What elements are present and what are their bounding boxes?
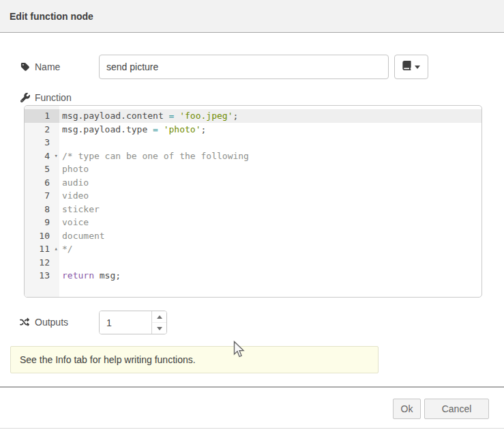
editor-line-9[interactable]: 9voice [25, 216, 481, 229]
code-line-text: sticker [59, 203, 100, 216]
code-line-text: audio [59, 176, 89, 190]
ok-button[interactable]: Ok [393, 399, 421, 419]
editor-line-13[interactable]: 13return msg; [25, 269, 481, 283]
code-line-text: msg.payload.content = 'foo.jpeg'; [59, 109, 238, 123]
library-button[interactable] [394, 55, 428, 79]
dialog-bottom-edge [0, 428, 504, 429]
outputs-label: Outputs [35, 317, 68, 328]
code-line-text [59, 256, 62, 270]
line-number: 7 [25, 189, 59, 203]
chevron-down-icon [415, 66, 420, 69]
spinner-down-button[interactable] [152, 323, 166, 334]
name-input[interactable] [99, 55, 389, 79]
fold-widget-icon[interactable]: ▴ [55, 242, 58, 256]
editor-line-4[interactable]: 4▾/* type can be one of the following [25, 149, 481, 163]
outputs-row-label: Outputs [19, 315, 68, 329]
line-number: 9 [25, 216, 59, 229]
editor-line-8[interactable]: 8sticker [25, 203, 481, 216]
function-row-label: Function [20, 91, 72, 104]
book-icon [402, 61, 411, 73]
shuffle-icon [19, 317, 30, 327]
outputs-spinner [99, 311, 167, 334]
editor-line-6[interactable]: 6audio [25, 176, 481, 190]
wrench-icon [20, 93, 30, 102]
line-number: 6 [25, 176, 59, 190]
code-line-text: video [59, 189, 89, 203]
outputs-input[interactable] [100, 311, 151, 334]
dialog-header: Edit function node [0, 0, 504, 33]
name-label: Name [35, 61, 60, 72]
editor-line-5[interactable]: 5photo [25, 162, 481, 176]
tag-icon [20, 62, 30, 72]
code-line-text: */ [59, 242, 73, 256]
code-editor[interactable]: 1msg.payload.content = 'foo.jpeg';2msg.p… [24, 105, 482, 298]
line-number: 12 [25, 256, 59, 270]
name-row-label: Name [20, 60, 60, 74]
editor-line-2[interactable]: 2msg.payload.type = 'photo'; [25, 123, 481, 137]
line-number: 5 [25, 162, 59, 176]
line-number: 4▾ [25, 149, 59, 163]
spinner-buttons [151, 311, 166, 334]
line-number: 10 [25, 229, 59, 243]
editor-line-12[interactable]: 12 [25, 256, 481, 270]
editor-line-7[interactable]: 7video [25, 189, 481, 203]
editor-line-3[interactable]: 3 [25, 136, 481, 149]
code-line-text: photo [59, 162, 89, 176]
cancel-button[interactable]: Cancel [424, 399, 489, 419]
code-line-text: document [59, 229, 105, 243]
code-line-text: msg.payload.type = 'photo'; [59, 123, 206, 137]
line-number: 1 [25, 109, 59, 123]
line-number: 13 [25, 269, 59, 283]
code-line-text: return msg; [59, 269, 121, 283]
edit-function-node-dialog: Edit function node Name Function 1msg.pa… [0, 0, 504, 430]
editor-lines: 1msg.payload.content = 'foo.jpeg';2msg.p… [25, 109, 481, 283]
mouse-cursor-icon [233, 341, 246, 362]
line-number: 8 [25, 203, 59, 216]
editor-line-11[interactable]: 11▴*/ [25, 242, 481, 256]
arrow-up-icon [157, 315, 162, 319]
footer-divider [0, 386, 504, 388]
spinner-up-button[interactable] [152, 311, 166, 323]
code-line-text [59, 136, 62, 149]
dialog-title: Edit function node [10, 0, 93, 33]
editor-line-1[interactable]: 1msg.payload.content = 'foo.jpeg'; [25, 109, 481, 123]
function-label: Function [35, 92, 72, 103]
line-number: 11▴ [25, 242, 59, 256]
form-tip: See the Info tab for help writing functi… [10, 346, 379, 373]
arrow-down-icon [157, 327, 162, 330]
code-line-text: voice [59, 216, 89, 229]
line-number: 3 [25, 136, 59, 149]
fold-widget-icon[interactable]: ▾ [55, 149, 58, 163]
form-tip-text: See the Info tab for help writing functi… [20, 354, 196, 365]
code-line-text: /* type can be one of the following [59, 149, 249, 163]
editor-line-10[interactable]: 10document [25, 229, 481, 243]
line-number: 2 [25, 123, 59, 137]
